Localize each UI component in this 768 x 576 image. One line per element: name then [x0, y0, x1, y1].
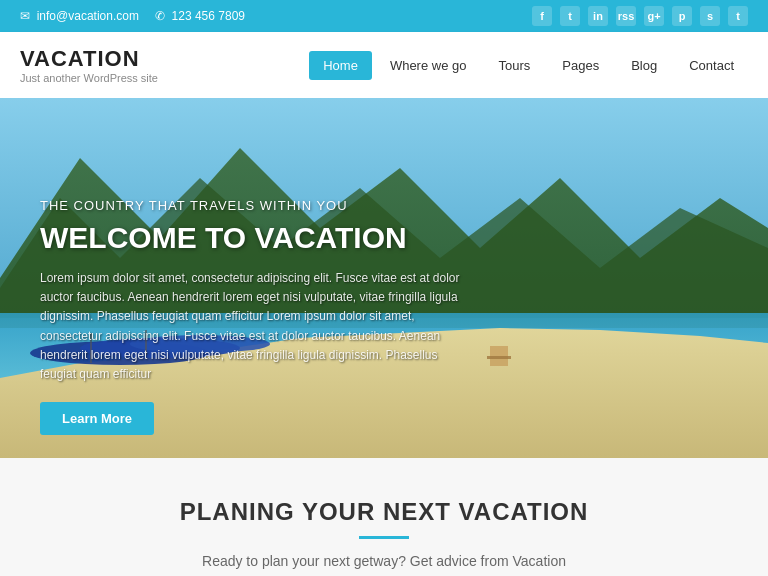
site-header: VACATION Just another WordPress site Hom…	[0, 32, 768, 98]
top-bar-contact: info@vacation.com 123 456 7809	[20, 9, 245, 23]
social-links: f t in rss g+ p s t	[532, 6, 748, 26]
nav-tours[interactable]: Tours	[484, 51, 544, 80]
hero-subtitle: THE COUNTRY THAT TRAVELS WITHIN YOU	[40, 198, 460, 213]
nav-pages[interactable]: Pages	[548, 51, 613, 80]
main-navigation: Home Where we go Tours Pages Blog Contac…	[309, 51, 748, 80]
rss-icon[interactable]: rss	[616, 6, 636, 26]
logo-area: VACATION Just another WordPress site	[20, 46, 158, 84]
phone-link[interactable]: 123 456 7809	[155, 9, 245, 23]
pinterest-icon[interactable]: p	[672, 6, 692, 26]
facebook-icon[interactable]: f	[532, 6, 552, 26]
nav-home[interactable]: Home	[309, 51, 372, 80]
nav-blog[interactable]: Blog	[617, 51, 671, 80]
phone-icon	[155, 9, 165, 23]
twitter-icon[interactable]: t	[560, 6, 580, 26]
hero-title: WELCOME TO VACATION	[40, 221, 460, 255]
nav-contact[interactable]: Contact	[675, 51, 748, 80]
top-bar: info@vacation.com 123 456 7809 f t in rs…	[0, 0, 768, 32]
planning-section: PLANING YOUR NEXT VACATION Ready to plan…	[0, 458, 768, 576]
googleplus-icon[interactable]: g+	[644, 6, 664, 26]
nav-where-we-go[interactable]: Where we go	[376, 51, 481, 80]
planning-title: PLANING YOUR NEXT VACATION	[20, 498, 748, 526]
hero-content: THE COUNTRY THAT TRAVELS WITHIN YOU WELC…	[40, 198, 460, 435]
site-logo[interactable]: VACATION	[20, 46, 158, 72]
skype-icon[interactable]: s	[700, 6, 720, 26]
planning-subtitle: Ready to plan your next getway? Get advi…	[20, 553, 748, 569]
hero-section: THE COUNTRY THAT TRAVELS WITHIN YOU WELC…	[0, 98, 768, 458]
svg-rect-11	[487, 356, 511, 359]
hero-learn-more-button[interactable]: Learn More	[40, 402, 154, 435]
planning-divider	[359, 536, 409, 539]
envelope-icon	[20, 9, 30, 23]
tumblr-icon[interactable]: t	[728, 6, 748, 26]
linkedin-icon[interactable]: in	[588, 6, 608, 26]
email-link[interactable]: info@vacation.com	[20, 9, 139, 23]
hero-body-text: Lorem ipsum dolor sit amet, consectetur …	[40, 269, 460, 384]
site-tagline: Just another WordPress site	[20, 72, 158, 84]
